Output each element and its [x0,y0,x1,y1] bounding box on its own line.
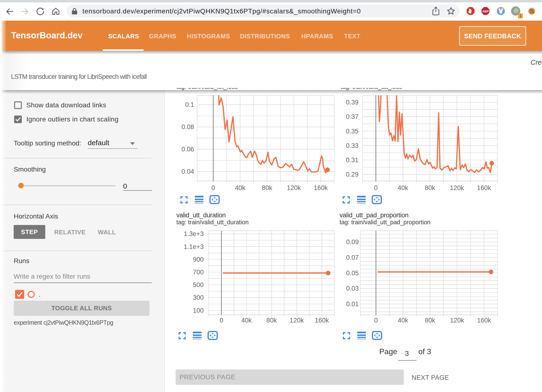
svg-text:0.33: 0.33 [346,142,358,149]
svg-text:0: 0 [211,184,215,191]
svg-text:120k: 120k [290,317,304,324]
svg-text:0: 0 [374,317,378,324]
svg-text:0.39: 0.39 [346,99,358,106]
svg-text:ABP: ABP [482,10,489,13]
svg-text:500: 500 [193,281,204,288]
svg-text:0: 0 [219,317,223,324]
svg-text:40k: 40k [235,184,245,191]
svg-text:160k: 160k [477,317,491,324]
svg-text:120k: 120k [287,184,301,191]
svg-text:0.08: 0.08 [181,123,194,131]
svg-text:1.3e+3: 1.3e+3 [184,230,204,237]
svg-text:160k: 160k [314,184,328,191]
svg-text:0.37: 0.37 [346,113,358,120]
svg-text:0.09: 0.09 [346,238,359,246]
svg-text:80k: 80k [425,317,435,324]
svg-text:0.03: 0.03 [346,285,359,292]
svg-text:40k: 40k [241,317,252,324]
svg-text:0.1: 0.1 [185,101,194,108]
svg-text:160k: 160k [477,184,491,191]
svg-text:40k: 40k [398,184,408,191]
svg-text:0.07: 0.07 [346,254,359,261]
svg-text:0.05: 0.05 [346,270,359,277]
svg-text:0: 0 [374,184,378,191]
svg-text:0.01: 0.01 [346,300,359,308]
svg-text:120k: 120k [450,317,464,324]
svg-text:0.35: 0.35 [346,128,358,135]
svg-text:100: 100 [193,307,204,314]
svg-text:0.04: 0.04 [181,168,194,175]
svg-text:0.06: 0.06 [181,146,194,153]
svg-text:40k: 40k [398,317,408,324]
svg-text:160k: 160k [315,317,329,324]
svg-text:120k: 120k [450,184,464,191]
svg-text:0.29: 0.29 [346,171,358,178]
svg-text:0.31: 0.31 [346,156,358,164]
svg-text:80k: 80k [266,317,277,324]
svg-text:900: 900 [193,256,204,263]
svg-text:300: 300 [193,294,204,301]
svg-text:80k: 80k [425,184,435,191]
svg-text:700: 700 [193,269,204,276]
svg-text:1.1e+3: 1.1e+3 [184,243,204,250]
svg-text:80k: 80k [262,184,272,191]
